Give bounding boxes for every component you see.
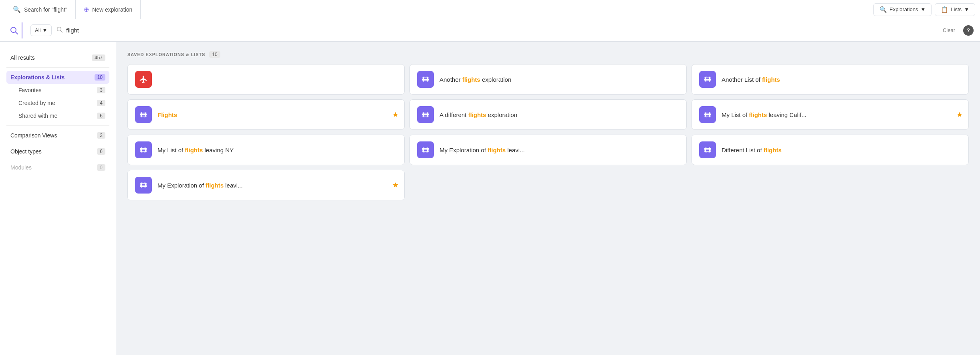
exploration-card-card-8[interactable]: My Exploration of flights leavi... [409, 135, 687, 165]
card-label: Different List of flights [722, 147, 961, 153]
card-label: A different flights exploration [440, 111, 679, 118]
lists-label: Lists [951, 6, 962, 12]
sidebar-explorations-section: Explorations & Lists 10 Favorites 3 Crea… [6, 71, 109, 122]
card-icon [417, 141, 434, 158]
sidebar-all-results-section: All results 457 [6, 51, 109, 64]
created-by-me-label: Created by me [18, 100, 55, 106]
card-label: Another flights exploration [440, 76, 679, 83]
lists-chevron-icon: ▼ [964, 6, 969, 12]
card-label: Another List of flights [722, 76, 961, 83]
star-icon[interactable]: ★ [392, 110, 399, 119]
sidebar-object-types-section: Object types 6 [6, 145, 109, 158]
sidebar-divider-2 [6, 125, 109, 126]
sidebar-comparison-section: Comparison Views 3 [6, 129, 109, 142]
search-input-wrap [56, 26, 935, 34]
sidebar-favorites[interactable]: Favorites 3 [14, 84, 109, 97]
card-label: My List of flights leaving Calif... [722, 111, 961, 118]
clear-button[interactable]: Clear [940, 26, 958, 35]
exploration-card-card-10[interactable]: My Exploration of flights leavi...★ [127, 170, 405, 200]
lists-button[interactable]: 📋 Lists ▼ [935, 3, 975, 16]
card-icon [417, 71, 434, 88]
highlight-word: Flights [157, 111, 177, 118]
sidebar-divider-1 [6, 67, 109, 68]
card-label: My Exploration of flights leavi... [440, 147, 679, 153]
lists-icon: 📋 [941, 6, 948, 13]
exploration-card-card-6[interactable]: My List of flights leaving Calif...★ [692, 99, 969, 130]
sidebar-comparison-views[interactable]: Comparison Views 3 [6, 129, 109, 142]
exploration-card-card-7[interactable]: My List of flights leaving NY [127, 135, 405, 165]
sidebar-sub-items: Favorites 3 Created by me 4 Shared with … [6, 84, 109, 122]
search-input-icon [56, 26, 63, 34]
filter-button[interactable]: All ▼ [30, 24, 52, 36]
card-icon [699, 141, 716, 158]
object-types-label: Object types [10, 148, 42, 155]
section-header: SAVED EXPLORATIONS & LISTS 10 [127, 51, 969, 58]
sidebar-all-results[interactable]: All results 457 [6, 51, 109, 64]
card-label: My List of flights leaving NY [157, 147, 397, 153]
explorations-chevron-icon: ▼ [921, 6, 926, 12]
section-title: SAVED EXPLORATIONS & LISTS [127, 52, 205, 57]
filter-chevron-icon: ▼ [42, 27, 47, 33]
sidebar-object-types[interactable]: Object types 6 [6, 145, 109, 158]
sidebar-shared-with-me[interactable]: Shared with me 6 [14, 109, 109, 122]
highlight-word: flights [185, 147, 203, 153]
cards-grid: Another flights explorationAnother List … [127, 64, 969, 200]
results-area: SAVED EXPLORATIONS & LISTS 10 Another fl… [116, 42, 980, 355]
modules-label: Modules [10, 164, 32, 171]
highlight-word: flights [764, 147, 782, 153]
plus-icon: ⊕ [84, 6, 89, 13]
shared-with-me-badge: 6 [97, 113, 105, 119]
card-icon [699, 71, 716, 88]
search-area: All ▼ Clear ? [0, 19, 980, 42]
section-count-badge: 10 [209, 51, 220, 58]
exploration-card-card-3[interactable]: Another List of flights [692, 64, 969, 95]
highlight-word: flights [762, 76, 780, 83]
highlight-word: flights [468, 111, 486, 118]
highlight-word: flights [206, 182, 224, 189]
search-tab[interactable]: 🔍 Search for "flight" [5, 0, 76, 19]
highlight-word: flights [462, 76, 480, 83]
card-icon [699, 106, 716, 123]
modules-badge: 0 [97, 164, 105, 171]
sidebar: All results 457 Explorations & Lists 10 … [0, 42, 116, 355]
object-types-badge: 6 [97, 148, 105, 155]
star-icon[interactable]: ★ [956, 110, 963, 119]
all-results-badge: 457 [92, 54, 105, 61]
favorites-badge: 3 [97, 87, 105, 93]
search-tab-label: Search for "flight" [24, 6, 67, 13]
explorations-icon: 🔍 [879, 6, 887, 13]
filter-label: All [35, 27, 40, 33]
sidebar-created-by-me[interactable]: Created by me 4 [14, 97, 109, 109]
new-exploration-tab[interactable]: ⊕ New exploration [76, 0, 141, 19]
help-button[interactable]: ? [963, 25, 974, 36]
sidebar-modules[interactable]: Modules 0 [6, 161, 109, 174]
card-icon [417, 106, 434, 123]
card-label: My Exploration of flights leavi... [157, 182, 397, 189]
search-input[interactable] [66, 27, 935, 34]
exploration-card-card-2[interactable]: Another flights exploration [409, 64, 687, 95]
star-icon[interactable]: ★ [392, 181, 399, 190]
nav-right: 🔍 Explorations ▼ 📋 Lists ▼ [873, 3, 975, 16]
explorations-lists-badge: 10 [95, 74, 105, 81]
exploration-card-card-9[interactable]: Different List of flights [692, 135, 969, 165]
new-exploration-label: New exploration [92, 6, 132, 13]
top-nav: 🔍 Search for "flight" ⊕ New exploration … [0, 0, 980, 19]
explorations-button[interactable]: 🔍 Explorations ▼ [873, 3, 932, 16]
sidebar-explorations-lists[interactable]: Explorations & Lists 10 [6, 71, 109, 84]
exploration-card-card-5[interactable]: A different flights exploration [409, 99, 687, 130]
explorations-lists-label: Explorations & Lists [10, 74, 65, 81]
search-tab-icon: 🔍 [13, 6, 21, 13]
card-icon [135, 177, 152, 194]
favorites-label: Favorites [18, 87, 42, 93]
all-results-label: All results [10, 54, 35, 61]
shared-with-me-label: Shared with me [18, 113, 57, 119]
card-label: Flights [157, 111, 397, 118]
exploration-card-card-4[interactable]: Flights★ [127, 99, 405, 130]
highlight-word: flights [488, 147, 506, 153]
comparison-views-badge: 3 [97, 132, 105, 139]
card-icon [135, 106, 152, 123]
highlight-word: flights [749, 111, 767, 118]
explorations-label: Explorations [889, 6, 918, 12]
sidebar-modules-section: Modules 0 [6, 161, 109, 174]
exploration-card-card-1[interactable] [127, 64, 405, 95]
